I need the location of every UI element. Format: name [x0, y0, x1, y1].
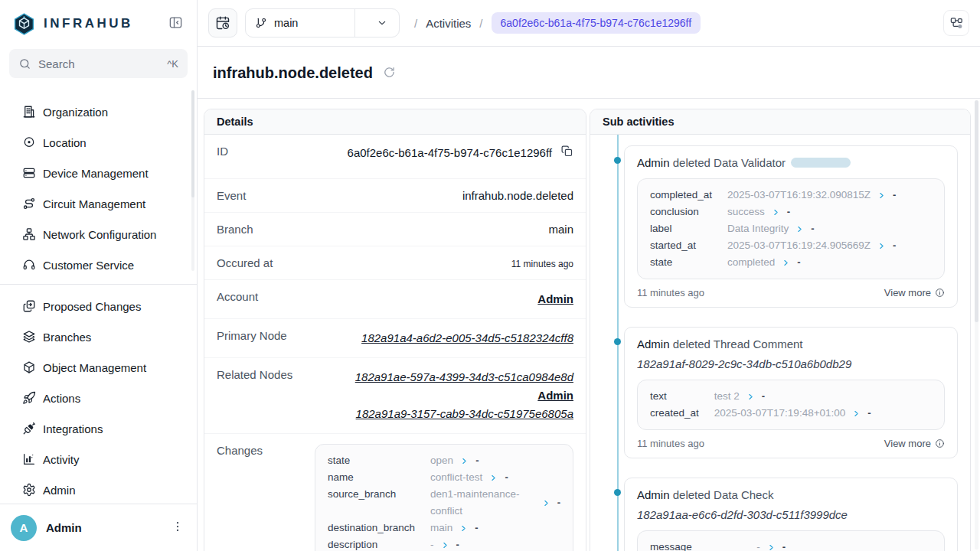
field-key: source_branch [328, 486, 415, 520]
user-name: Admin [46, 521, 82, 534]
schema-icon [949, 16, 964, 31]
card-fields-box: completed_at2025-03-07T16:19:32.090815Z-… [637, 178, 945, 279]
sidebar-item-customer-service[interactable]: Customer Service [0, 249, 197, 280]
sidebar-item-branches[interactable]: Branches [0, 321, 197, 352]
view-more-button[interactable]: View more [884, 438, 945, 449]
node-link[interactable]: 182a91a9-3157-cab9-34dc-c51975e6805a [355, 405, 573, 423]
account-link[interactable]: Admin [537, 290, 573, 308]
time-travel-button[interactable] [208, 8, 237, 37]
main-scrollbar[interactable] [975, 100, 978, 549]
details-row-changes: Changesstateopen-nameconflict-test-sourc… [204, 434, 586, 551]
field-previous-value: success [727, 204, 765, 220]
view-more-button[interactable]: View more [884, 287, 945, 298]
sub-activities-body: Admin deleted Data Validatorcompleted_at… [590, 135, 970, 551]
detail-label: Account [217, 290, 258, 303]
sidebar-collapse-button[interactable] [167, 14, 185, 34]
chevron-right-icon [542, 499, 550, 507]
field-new-value: - [797, 254, 800, 271]
card-action: deleted Data Validator [670, 156, 786, 169]
sidebar-item-label: Organization [43, 106, 108, 119]
chevron-right-icon [460, 457, 469, 465]
account-link[interactable]: Admin [355, 386, 573, 405]
layers-icon [22, 330, 36, 344]
gear-icon [22, 483, 36, 497]
branch-selector[interactable]: main [245, 8, 400, 37]
sidebar-item-label: Device Management [43, 167, 149, 180]
logo-row: INFRAHUB [0, 0, 197, 47]
headset-icon [22, 258, 36, 272]
sub-activity-card: Admin deleted Data Check182a91aa-e6c6-d2… [624, 478, 958, 551]
sidebar-item-object-management[interactable]: Object Management [0, 352, 197, 383]
detail-label: Branch [217, 223, 253, 236]
copy-button[interactable] [560, 145, 573, 160]
field-previous-value: - [756, 539, 760, 551]
field-new-value: - [456, 536, 459, 551]
node-link[interactable]: 182a91ae-597a-4399-34d3-c51ca0984e8d [355, 368, 573, 386]
schema-visualizer-button[interactable] [943, 10, 969, 36]
sidebar-item-label: Object Management [43, 361, 146, 374]
sidebar-item-label: Proposed Changes [43, 300, 141, 313]
field-new-value: - [557, 494, 560, 511]
user-menu-kebab-button[interactable] [169, 518, 186, 537]
info-icon [935, 288, 945, 298]
field-key: conclusion [650, 204, 712, 220]
sidebar-item-device-management[interactable]: Device Management [0, 158, 197, 188]
sidebar-item-admin[interactable]: Admin [0, 474, 197, 504]
field-key: description [328, 536, 415, 551]
sidebar-item-organization[interactable]: Organization [0, 96, 197, 127]
search-input[interactable]: Search ^K [9, 49, 188, 78]
sidebar-scrollbar-thumb[interactable] [191, 90, 194, 197]
refresh-button[interactable] [383, 66, 396, 81]
sidebar-item-activity[interactable]: Activity [0, 444, 197, 474]
bar-chart-icon [22, 452, 36, 466]
field-key: created_at [650, 405, 699, 422]
sidebar-item-network-configuration[interactable]: Network Configuration [0, 219, 197, 249]
infrahub-logo-icon [12, 12, 36, 36]
details-panel: Details ID6a0f2e6c-b61a-4f75-b974-c76c1e… [204, 109, 586, 551]
field-previous-value: main [430, 520, 452, 536]
card-title: Admin deleted Thread Comment [637, 337, 945, 350]
chevron-right-icon [746, 393, 755, 401]
sidebar-item-integrations[interactable]: Integrations [0, 413, 197, 444]
field-new-value: - [475, 452, 479, 469]
breadcrumb-activities[interactable]: Activities [426, 17, 471, 30]
chevron-down-icon[interactable] [364, 17, 399, 29]
timeline-dot [614, 338, 621, 345]
cube-icon [22, 360, 36, 374]
chevron-right-icon [795, 225, 804, 233]
node-link[interactable]: 182a91a4-a6d2-e005-34d5-c5182324cff8 [361, 329, 573, 347]
sidebar-item-proposed-changes[interactable]: Proposed Changes [0, 291, 197, 321]
view-more-label: View more [884, 438, 931, 449]
sub-activities-header: Sub activities [590, 109, 970, 135]
details-row-occured-at: Occured at11 minutes ago [204, 246, 586, 280]
field-value-line: den1-maintenance-conflict- [430, 486, 560, 520]
card-fields-box: texttest 2-created_at2025-03-07T17:19:48… [637, 380, 945, 430]
detail-value: infrahub.node.deleted [462, 189, 573, 202]
map-pin-icon [22, 135, 36, 149]
card-subtitle: 182a91aa-e6c6-d2fd-303d-c511f3999dce [637, 508, 945, 521]
rocket-icon [22, 391, 36, 405]
sidebar-item-actions[interactable]: Actions [0, 383, 197, 413]
main-scrollbar-thumb[interactable] [975, 100, 978, 322]
skeleton-placeholder [791, 158, 851, 168]
sub-activity-card: Admin deleted Thread Comment182a91af-802… [624, 327, 958, 458]
chevron-right-icon [782, 259, 790, 267]
breadcrumb-activity-id[interactable]: 6a0f2e6c-b61a-4f75-b974-c76c1e1296ff [492, 12, 701, 34]
sub-activity-item: Admin deleted Data Check182a91aa-e6c6-d2… [624, 478, 958, 551]
copy-icon [560, 145, 573, 158]
field-value-line: 2025-03-07T16:19:24.905669Z- [727, 237, 932, 254]
sidebar-scrollbar[interactable] [191, 90, 194, 271]
detail-label: ID [217, 145, 228, 158]
field-key: started_at [650, 237, 712, 254]
detail-value: 11 minutes ago [511, 256, 573, 269]
field-new-value: - [782, 539, 786, 551]
sidebar-item-location[interactable]: Location [0, 127, 197, 158]
field-value-line: 2025-03-07T16:19:32.090815Z- [727, 187, 932, 204]
sidebar-item-circuit-management[interactable]: Circuit Management [0, 188, 197, 219]
field-key: completed_at [650, 187, 712, 204]
details-panel-header: Details [204, 109, 586, 135]
server-icon [22, 166, 36, 180]
field-value-line: 2025-03-07T17:19:48+01:00- [714, 405, 932, 422]
plug-icon [22, 422, 36, 435]
proposed-changes-icon [22, 299, 36, 313]
